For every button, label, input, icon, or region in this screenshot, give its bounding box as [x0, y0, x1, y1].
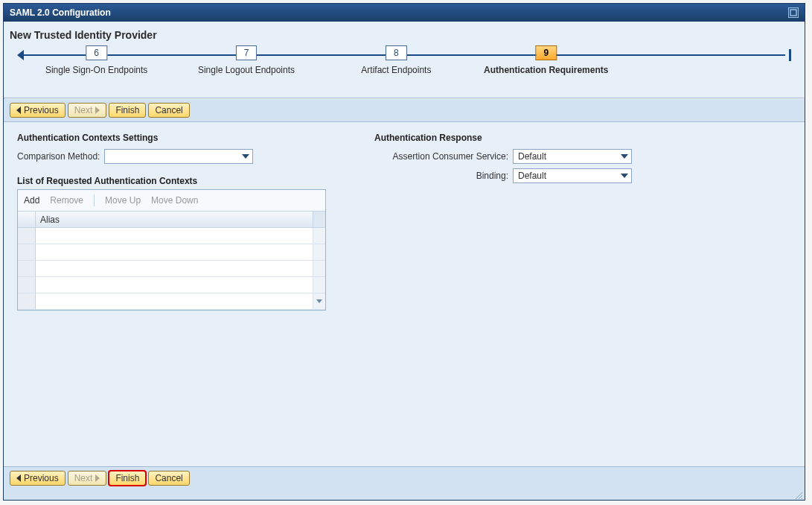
previous-label: Previous	[24, 473, 59, 483]
table-cell[interactable]	[36, 228, 313, 244]
table-toolbar: Add Remove Move Up Move Down	[18, 190, 325, 212]
next-button-bottom[interactable]: Next	[68, 471, 107, 486]
cancel-label: Cancel	[155, 105, 182, 115]
content-area: Authentication Contexts Settings Compari…	[4, 122, 805, 466]
alias-column-header[interactable]: Alias	[36, 212, 313, 228]
row-handle[interactable]	[18, 244, 36, 261]
button-bar-bottom: Previous Next Finish Cancel	[4, 466, 805, 489]
remove-button[interactable]: Remove	[50, 195, 83, 206]
binding-row: Binding: Default	[374, 168, 791, 183]
scrollbar-track[interactable]	[313, 293, 325, 310]
moveup-button[interactable]: Move Up	[105, 195, 141, 206]
roadmap-step-label: Artifact Endpoints	[361, 65, 431, 75]
resize-handle[interactable]	[4, 489, 805, 500]
finish-button[interactable]: Finish	[109, 103, 146, 118]
roadmap-step-6[interactable]: 6Single Sign-On Endpoints	[45, 45, 147, 75]
left-column: Authentication Contexts Settings Compari…	[17, 133, 345, 311]
table-grid: Alias	[18, 212, 325, 310]
chevron-down-icon	[621, 154, 628, 159]
roadmap-step-7[interactable]: 7Single Logout Endpoints	[198, 45, 295, 75]
roadmap-step-label: Single Logout Endpoints	[198, 65, 295, 75]
table-cell[interactable]	[36, 277, 313, 293]
previous-label: Previous	[24, 105, 59, 115]
triangle-left-icon	[16, 474, 21, 482]
binding-dropdown[interactable]: Default	[513, 168, 632, 183]
comparison-method-label: Comparison Method:	[17, 151, 100, 162]
roadmap-step-8[interactable]: 8Artifact Endpoints	[361, 45, 431, 75]
finish-label: Finish	[115, 105, 139, 115]
window-title: SAML 2.0 Configuration	[10, 7, 111, 18]
roadmap-step-box: 7	[236, 45, 258, 60]
toolbar-separator	[94, 194, 95, 206]
triangle-left-icon	[16, 107, 21, 114]
previous-button-bottom[interactable]: Previous	[10, 471, 65, 486]
binding-label: Binding:	[374, 171, 508, 181]
requested-contexts-title: List of Requested Authentication Context…	[17, 176, 345, 186]
table-cell[interactable]	[36, 261, 313, 277]
cancel-button[interactable]: Cancel	[148, 103, 189, 118]
scrollbar-header	[313, 212, 325, 228]
previous-button[interactable]: Previous	[10, 103, 65, 118]
roadmap-step-9[interactable]: 9Authentication Requirements	[484, 45, 608, 75]
row-handle[interactable]	[18, 277, 36, 293]
acs-value: Default	[518, 151, 546, 162]
scrollbar-track[interactable]	[313, 261, 325, 277]
config-window: SAML 2.0 Configuration New Trusted Ident…	[3, 3, 805, 501]
scroll-down-icon	[316, 299, 322, 303]
roadmap: 6Single Sign-On Endpoints7Single Logout …	[10, 45, 799, 90]
finish-button-bottom[interactable]: Finish	[109, 471, 146, 486]
chevron-down-icon	[621, 174, 628, 178]
svg-line-3	[802, 498, 802, 499]
next-button[interactable]: Next	[68, 103, 107, 118]
button-bar-top: Previous Next Finish Cancel	[4, 99, 805, 122]
page-title: New Trusted Identity Provider	[4, 22, 805, 45]
acs-row: Assertion Consumer Service: Default	[374, 149, 791, 164]
roadmap-step-label: Authentication Requirements	[484, 65, 608, 75]
roadmap-step-label: Single Sign-On Endpoints	[45, 65, 147, 75]
acs-dropdown[interactable]: Default	[513, 149, 632, 164]
svg-rect-0	[790, 10, 796, 16]
cancel-label: Cancel	[155, 473, 182, 483]
scrollbar-track[interactable]	[313, 228, 325, 244]
maximize-icon[interactable]	[788, 7, 799, 18]
chevron-down-icon	[242, 154, 249, 159]
resize-grip-icon	[794, 491, 803, 500]
comparison-method-dropdown[interactable]	[104, 149, 253, 164]
auth-response-title: Authentication Response	[374, 133, 791, 143]
table-cell[interactable]	[36, 293, 313, 310]
row-handle[interactable]	[18, 261, 36, 277]
right-column: Authentication Response Assertion Consum…	[374, 133, 791, 188]
auth-context-settings-title: Authentication Contexts Settings	[17, 133, 345, 143]
svg-line-1	[796, 492, 802, 499]
row-selector-header[interactable]	[18, 212, 36, 228]
roadmap-step-box: 6	[86, 45, 107, 60]
row-handle[interactable]	[18, 228, 36, 244]
triangle-right-icon	[95, 107, 100, 114]
row-handle[interactable]	[18, 293, 36, 310]
acs-label: Assertion Consumer Service:	[374, 151, 508, 162]
add-button[interactable]: Add	[24, 195, 39, 206]
scrollbar-track[interactable]	[313, 277, 325, 293]
comparison-method-row: Comparison Method:	[17, 149, 345, 164]
table-cell[interactable]	[36, 244, 313, 261]
titlebar: SAML 2.0 Configuration	[4, 4, 805, 22]
binding-value: Default	[518, 171, 546, 181]
roadmap-step-box: 8	[386, 45, 407, 60]
movedown-button[interactable]: Move Down	[151, 195, 198, 206]
scrollbar-track[interactable]	[313, 244, 325, 261]
roadmap-end-icon	[789, 49, 791, 61]
cancel-button-bottom[interactable]: Cancel	[148, 471, 189, 486]
triangle-right-icon	[95, 474, 100, 482]
contexts-table: Add Remove Move Up Move Down Alias	[17, 189, 326, 311]
finish-label: Finish	[115, 473, 139, 483]
next-label: Next	[74, 105, 93, 115]
next-label: Next	[74, 473, 93, 483]
roadmap-step-box: 9	[535, 45, 557, 60]
